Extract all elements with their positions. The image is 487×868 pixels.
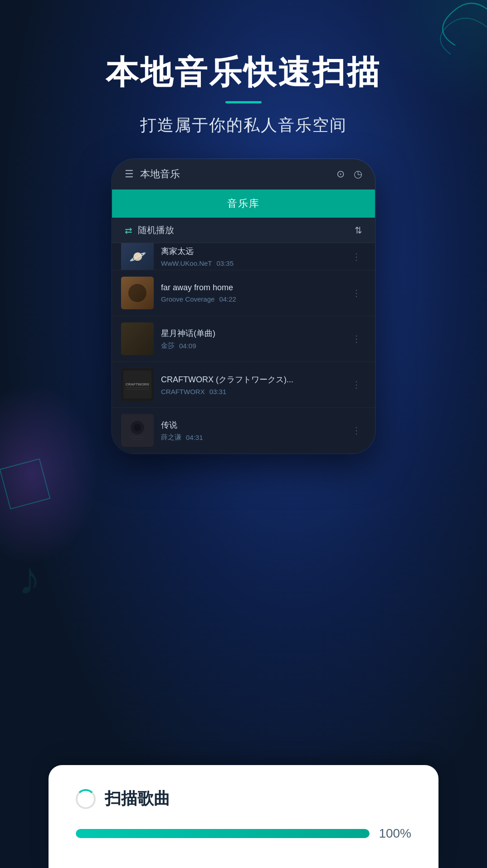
- song-meta: 金莎 04:09: [161, 341, 347, 350]
- song-artist: 薛之谦: [161, 433, 181, 442]
- song-artist: WwW.UKoo.NeT: [161, 259, 212, 267]
- song-title: far away from home: [161, 283, 347, 293]
- song-info: 星月神话(单曲) 金莎 04:09: [161, 328, 347, 350]
- svg-point-14: [134, 424, 141, 431]
- shuffle-icon[interactable]: ⇄: [125, 225, 132, 236]
- song-item[interactable]: 传说 薛之谦 04:31 ⋮: [112, 408, 375, 454]
- song-item[interactable]: far away from home Groove Coverage 04:22…: [112, 270, 375, 316]
- song-duration: 04:22: [219, 295, 236, 303]
- shuffle-left: ⇄ 随机播放: [125, 224, 174, 236]
- svg-rect-15: [130, 437, 145, 438]
- song-title: 星月神话(单曲): [161, 328, 347, 339]
- topbar-title: 本地音乐: [140, 167, 180, 181]
- album-art: [121, 277, 154, 309]
- song-duration: 03:31: [209, 388, 227, 395]
- menu-icon[interactable]: ☰: [125, 168, 134, 180]
- shuffle-text: 随机播放: [138, 224, 174, 236]
- topbar-icons: ⊙ ◷: [336, 168, 362, 180]
- svg-point-5: [138, 340, 149, 351]
- more-icon[interactable]: ⋮: [347, 375, 366, 395]
- more-icon[interactable]: ⋮: [347, 329, 366, 349]
- music-library-tab[interactable]: 音乐库: [112, 190, 375, 218]
- more-icon[interactable]: ⋮: [347, 420, 366, 440]
- more-icon[interactable]: ⋮: [347, 247, 366, 267]
- album-art: [121, 322, 154, 355]
- song-duration: 03:35: [217, 259, 234, 267]
- svg-rect-3: [126, 329, 139, 347]
- song-info: 传说 薛之谦 04:31: [161, 419, 347, 442]
- album-art: [121, 414, 154, 447]
- song-item[interactable]: CRAFTWORX CRAFTWORX (クラフトワークス)... CRAFTW…: [112, 362, 375, 408]
- song-meta: 薛之谦 04:31: [161, 433, 347, 442]
- album-art: CRAFTWORX: [121, 368, 154, 401]
- song-info: CRAFTWORX (クラフトワークス)... CRAFTWORX 03:31: [161, 374, 347, 395]
- svg-rect-16: [132, 439, 143, 440]
- more-icon[interactable]: ⋮: [347, 283, 366, 303]
- hero-section: 本地音乐快速扫描 打造属于你的私人音乐空间: [88, 54, 399, 137]
- song-title: 离家太远: [161, 246, 347, 257]
- song-title: 传说: [161, 419, 347, 430]
- page-content: 本地音乐快速扫描 打造属于你的私人音乐空间 ☰ 本地音乐 ⊙ ◷ 音乐库: [0, 0, 487, 868]
- svg-rect-10: [126, 387, 149, 388]
- song-item[interactable]: 星月神话(单曲) 金莎 04:09 ⋮: [112, 316, 375, 362]
- song-title: CRAFTWORX (クラフトワークス)...: [161, 374, 347, 385]
- svg-rect-4: [125, 327, 141, 329]
- song-artist: Groove Coverage: [161, 295, 214, 303]
- song-duration: 04:09: [179, 342, 196, 350]
- song-duration: 04:31: [186, 434, 203, 441]
- song-meta: WwW.UKoo.NeT 03:35: [161, 259, 347, 267]
- topbar-left: ☰ 本地音乐: [125, 167, 180, 181]
- hero-subtitle: 打造属于你的私人音乐空间: [106, 114, 381, 137]
- search-icon[interactable]: ⊙: [336, 168, 345, 180]
- hero-divider: [225, 101, 262, 103]
- song-artist: 金莎: [161, 341, 175, 350]
- timer-icon[interactable]: ◷: [354, 168, 362, 180]
- song-meta: Groove Coverage 04:22: [161, 295, 347, 303]
- song-info: far away from home Groove Coverage 04:22: [161, 283, 347, 303]
- svg-rect-11: [126, 389, 149, 390]
- phone-topbar: ☰ 本地音乐 ⊙ ◷: [112, 159, 375, 190]
- song-artist: CRAFTWORX: [161, 388, 205, 395]
- svg-text:CRAFTWORX: CRAFTWORX: [126, 382, 150, 386]
- sort-icon[interactable]: ⇅: [355, 225, 362, 236]
- song-list: 离家太远 WwW.UKoo.NeT 03:35 ⋮ far away from: [112, 243, 375, 454]
- song-meta: CRAFTWORX 03:31: [161, 388, 347, 395]
- phone-wrapper: ☰ 本地音乐 ⊙ ◷ 音乐库 ⇄ 随机播放 ⇅: [112, 159, 375, 454]
- song-info: 离家太远 WwW.UKoo.NeT 03:35: [161, 246, 347, 267]
- phone-mockup: ☰ 本地音乐 ⊙ ◷ 音乐库 ⇄ 随机播放 ⇅: [112, 159, 375, 454]
- svg-rect-2: [121, 322, 154, 355]
- hero-title: 本地音乐快速扫描: [106, 54, 381, 90]
- svg-rect-6: [141, 334, 143, 346]
- shuffle-bar: ⇄ 随机播放 ⇅: [112, 218, 375, 243]
- album-art: [121, 243, 154, 270]
- song-item[interactable]: 离家太远 WwW.UKoo.NeT 03:35 ⋮: [112, 243, 375, 270]
